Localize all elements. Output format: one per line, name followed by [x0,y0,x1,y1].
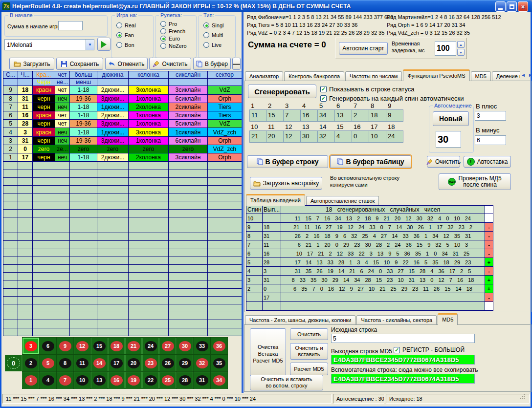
copy-table-button[interactable]: В буфер таблицу [330,155,411,168]
roulette-number-29[interactable]: 29 [177,355,193,371]
play-button[interactable] [97,38,111,51]
roulette-number-7[interactable]: 7 [57,372,73,388]
md5-aux-field[interactable]: E4DA3B7FBBCE2345D7772B0674A318D5 [331,374,475,384]
roulette-number-14[interactable]: 14 [91,355,108,371]
radio-Euro[interactable]: Euro [160,36,187,42]
roulette-number-8[interactable]: 8 [57,355,73,371]
tab-scroll-left-icon[interactable]: ◄ [520,72,527,78]
radio-Multi[interactable]: Multi [203,32,223,38]
roulette-number-24[interactable]: 24 [142,338,159,354]
roulette-number-3[interactable]: 3 [22,338,39,354]
tab-Частоты по числам[interactable]: Частоты по числам [345,71,402,81]
radio-Fan[interactable]: Fan [116,32,136,38]
check-md5-button[interactable]: МД5 Проверить МД5после спина [439,173,511,190]
roulette-number-15[interactable]: 15 [91,338,108,354]
checkbox-uppercase[interactable]: ✓ РЕГИСТР - БОЛЬШОЙ [394,346,465,353]
minimize-button[interactable] [495,1,506,12]
roulette-number-18[interactable]: 18 [108,338,125,354]
radio-Pro[interactable]: Pro [160,21,187,27]
md5-clear-paste-button[interactable]: Очистить и вставить [290,343,328,360]
roulette-number-9[interactable]: 9 [57,338,73,354]
roulette-number-28[interactable]: 28 [177,372,193,388]
load-settings-button[interactable]: Загрузить настройку [250,177,322,190]
roulette-number-31[interactable]: 31 [194,372,210,388]
start-sum-input[interactable] [58,21,83,30]
roulette-number-27[interactable]: 27 [159,338,176,354]
roulette-number-4[interactable]: 4 [40,372,56,388]
minus-button[interactable]: — [232,58,241,70]
tab-Частота - Zero, шансы, дюжины, колонки[interactable]: Частота - Zero, шансы, дюжины, колонки [245,315,355,325]
tab-Таблица выпадений[interactable]: Таблица выпадений [246,194,305,206]
tab-Автопроставление ставок[interactable]: Автопроставление ставок [306,196,379,206]
tab-MD5[interactable]: MD5 [438,313,458,325]
radio-Live[interactable]: Live [203,42,223,48]
profile-combobox[interactable]: 1Melonati ▼ [4,39,94,50]
radio-Real[interactable]: Real [116,22,136,28]
maximize-button[interactable] [507,1,517,12]
roulette-number-11[interactable]: 11 [74,355,90,371]
checkbox-autogenerate[interactable]: ✓ Генерировать на каждый спин автоматиче… [320,95,464,102]
tab-Функционал PsevdoMS[interactable]: Функционал PsevdoMS [403,69,469,81]
resize-grip[interactable] [524,398,530,404]
delay-input[interactable] [435,41,456,56]
roulette-number-33[interactable]: 33 [194,338,210,354]
md5-calc-button[interactable]: Расчет MD5 [290,363,328,375]
autoshift-input[interactable] [436,131,461,148]
roulette-number-0[interactable]: 0 [5,355,22,371]
roulette-number-34[interactable]: 34 [211,372,227,388]
roulette-number-19[interactable]: 19 [125,372,142,388]
minus-input[interactable] [475,135,506,145]
chevron-down-icon[interactable]: ▼ [86,40,94,50]
roulette-number-20[interactable]: 20 [125,355,142,371]
roulette-number-26[interactable]: 26 [159,355,176,371]
undo-button[interactable]: Отменить [105,58,148,70]
autobet-button[interactable]: ! Автоставка [464,156,511,168]
copy-buffer-button[interactable]: В буфер [193,58,231,70]
roulette-number-25[interactable]: 25 [159,372,176,388]
new-button[interactable]: Новый [433,111,469,126]
radio-NoZero[interactable]: NoZero [160,43,187,49]
checkbox-show-status[interactable]: ✓ Показывать в строке статуса [320,86,415,93]
roulette-number-10[interactable]: 10 [74,372,90,388]
roulette-number-13[interactable]: 13 [91,372,108,388]
md5-stack-button[interactable]: Очистка Вставка Расчет MD5 [250,328,286,379]
roulette-number-32[interactable]: 32 [194,355,210,371]
roulette-number-17[interactable]: 17 [108,355,125,371]
autospin-start-button[interactable]: Автоспин старт [339,42,388,55]
tab-Контроль банкролла[interactable]: Контроль банкролла [284,71,344,81]
roulette-number-6[interactable]: 6 [40,338,56,354]
roulette-number-22[interactable]: 22 [142,372,159,388]
clear-button[interactable]: Очистить [149,58,191,70]
tab-MD5[interactable]: MD5 [471,71,491,81]
roulette-number-35[interactable]: 35 [211,355,227,371]
radio-French[interactable]: French [160,28,187,34]
roulette-number-30[interactable]: 30 [177,338,193,354]
md5-source-input[interactable] [331,334,475,343]
save-button[interactable]: Сохранить [56,58,103,70]
tab-Частота - сиклайны, сектора[interactable]: Частота - сиклайны, сектора [356,315,437,325]
gen-clear-button[interactable]: Очистить [427,156,460,168]
roulette-number-16[interactable]: 16 [108,372,125,388]
md5-clear-button[interactable]: Очистить [290,328,328,340]
roulette-number-36[interactable]: 36 [211,338,227,354]
radio-Singl[interactable]: Singl [203,22,223,28]
spinner-up-icon[interactable]: ▲ [457,41,465,48]
close-button[interactable]: × [518,1,528,12]
load-button[interactable]: Загрузить [9,58,54,70]
tab-scroll-right-icon[interactable]: ► [527,72,532,78]
roulette-number-12[interactable]: 12 [74,338,90,354]
md5-clear-paste-aux-button[interactable]: Очистить и вставить во вспом. строку [250,375,323,390]
roulette-number-2[interactable]: 2 [22,355,39,371]
md5-output-field[interactable]: E4DA3B7FBBCE2345D7772B0674A318D5 [331,355,475,365]
title-bar[interactable]: 7s HelperRoullet 4.8- create helperroull… [0,0,532,12]
roulette-number-21[interactable]: 21 [125,338,142,354]
tab-Деление ко[interactable]: Деление ко [492,71,520,81]
copy-row-button[interactable]: В буфер строку [247,155,328,168]
roulette-number-23[interactable]: 23 [142,355,159,371]
roulette-number-5[interactable]: 5 [40,355,56,371]
tab-Анализатор[interactable]: Анализатор [245,71,283,81]
radio-Bon[interactable]: Bon [116,42,136,48]
roulette-number-1[interactable]: 1 [22,372,39,388]
spinner-down-icon[interactable]: ▼ [457,49,465,56]
plus-input[interactable] [475,111,506,121]
